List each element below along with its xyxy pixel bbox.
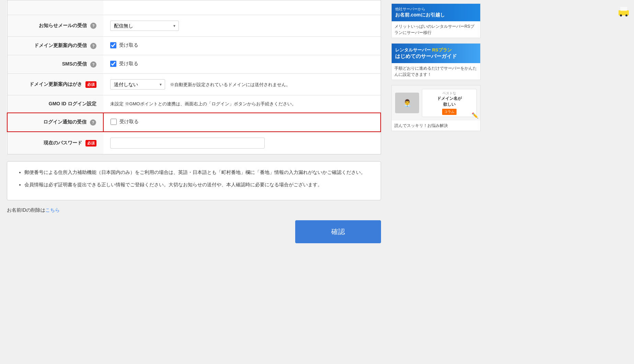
domain-postcard-value: 送付しない 送付する ▼ ※自動更新が設定されているドメインには送付されません。 xyxy=(103,74,381,95)
domain-postcard-required-badge: 必須 xyxy=(85,81,96,88)
gmo-id-login-text: 未設定 ※GMOポイントとの連携は、画面右上の「ログイン」ボタンからお手続きくだ… xyxy=(110,101,296,106)
email-notification-select[interactable]: 配信無し 受け取る xyxy=(110,21,179,31)
current-password-label: 現在のパスワード 必須 xyxy=(7,132,103,154)
sms-checkbox[interactable] xyxy=(110,61,116,67)
email-notification-value: 配信無し 受け取る ▼ xyxy=(103,15,381,37)
confirm-button-wrapper: 確認 xyxy=(7,220,381,243)
email-notification-label: お知らせメールの受信 ? xyxy=(7,15,103,37)
domain-renewal-checkbox-label[interactable]: 受け取る xyxy=(110,42,138,48)
delete-link[interactable]: こちら xyxy=(45,207,60,213)
sidebar-ad-2-desc: 手順どおりに進めるだけでサーバーをかんたんに設定できます！ xyxy=(392,63,480,80)
sms-checkbox-label[interactable]: 受け取る xyxy=(110,61,138,67)
login-notification-value: 受け取る xyxy=(103,113,381,132)
email-notification-row: お知らせメールの受信 ? 配信無し 受け取る ▼ xyxy=(7,15,381,37)
info-box: 郵便番号による住所入力補助機能（日本国内のみ）をご利用の場合は、英語・日本語とも… xyxy=(7,161,381,200)
gmo-id-login-label: GMO ID ログイン設定 xyxy=(7,95,103,113)
sidebar-ad-1-banner: 他社サーバーから お名前.comにお引越し xyxy=(392,4,480,21)
domain-renewal-mail-label: ドメイン更新案内の受信 ? xyxy=(7,37,103,55)
pencil-icon: ✏️ xyxy=(472,112,479,119)
sidebar-ad-3[interactable]: 👨‍💼 ベストな ドメイン名が 欲しい コラム ✏️ 読んでスッキリ！お悩み解決 xyxy=(391,85,481,131)
login-notification-row: ログイン通知の受信 ? 受け取る xyxy=(7,113,381,132)
sidebar-ad-3-image-area: 👨‍💼 ベストな ドメイン名が 欲しい コラム ✏️ xyxy=(392,85,480,120)
sidebar-ad-2-banner: レンタルサーバー RSプラン はじめてのサーバーガイド xyxy=(392,44,480,63)
domain-postcard-row: ドメイン更新案内はがき 必須 送付しない 送付する ▼ ※自動更新が設定されてい… xyxy=(7,74,381,95)
login-notification-help-icon[interactable]: ? xyxy=(90,119,96,126)
sms-notification-row: SMSの受信 ? 受け取る xyxy=(7,55,381,74)
login-notification-checkbox[interactable] xyxy=(111,119,117,125)
current-password-required-badge: 必須 xyxy=(85,140,96,146)
current-password-value xyxy=(103,132,381,154)
delete-section-text: お名前IDの削除は xyxy=(7,207,45,213)
domain-renewal-checkbox[interactable] xyxy=(110,42,116,48)
partial-value-cell xyxy=(103,0,381,15)
domain-postcard-label: ドメイン更新案内はがき 必須 xyxy=(7,74,103,95)
domain-renewal-mail-value: 受け取る xyxy=(103,37,381,55)
domain-renewal-help-icon[interactable]: ? xyxy=(90,43,96,49)
sms-notification-label: SMSの受信 ? xyxy=(7,55,103,74)
sms-help-icon[interactable]: ? xyxy=(90,61,96,68)
settings-form: お知らせメールの受信 ? 配信無し 受け取る ▼ xyxy=(7,0,381,154)
login-notification-checkbox-label[interactable]: 受け取る xyxy=(111,119,139,125)
email-notification-help-icon[interactable]: ? xyxy=(90,23,96,29)
delete-section: お名前IDの削除はこちら xyxy=(7,207,381,213)
current-password-input[interactable] xyxy=(110,138,265,149)
domain-postcard-select-wrapper: 送付しない 送付する ▼ xyxy=(110,79,165,90)
domain-postcard-select[interactable]: 送付しない 送付する xyxy=(110,79,165,90)
sidebar-ad-1-desc: メリットいっぱいのレンタルサーバーRSプランにサーバー移行 xyxy=(392,21,480,38)
gmo-id-login-value: 未設定 ※GMOポイントとの連携は、画面右上の「ログイン」ボタンからお手続きくだ… xyxy=(103,95,381,113)
email-notification-select-wrapper: 配信無し 受け取る ▼ xyxy=(110,21,179,31)
sms-notification-value: 受け取る xyxy=(103,55,381,74)
column-badge: コラム xyxy=(442,109,457,115)
domain-postcard-note: ※自動更新が設定されているドメインには送付されません。 xyxy=(170,82,290,87)
gmo-id-login-row: GMO ID ログイン設定 未設定 ※GMOポイントとの連携は、画面右上の「ログ… xyxy=(7,95,381,113)
sidebar-ad-2[interactable]: レンタルサーバー RSプラン はじめてのサーバーガイド 手順どおりに進めるだけで… xyxy=(391,43,481,80)
sidebar-ad-1[interactable]: 他社サーバーから お名前.comにお引越し メリットいっぱいのレンタルサーバーR… xyxy=(391,3,481,38)
top-partial-row xyxy=(7,0,381,15)
domain-renewal-mail-row: ドメイン更新案内の受信 ? 受け取る xyxy=(7,37,381,55)
login-notification-label: ログイン通知の受信 ? xyxy=(7,113,103,132)
info-item-2: 会員情報は必ず証明書を提出できる正しい情報でご登録ください。大切なお知らせの送付… xyxy=(24,181,370,189)
info-item-1: 郵便番号による住所入力補助機能（日本国内のみ）をご利用の場合は、英語・日本語とも… xyxy=(24,168,370,177)
sidebar-ad-3-desc: 読んでスッキリ！お悩み解決 xyxy=(392,120,480,131)
sidebar-ad-3-badge: ベストな ドメイン名が 欲しい コラム xyxy=(422,89,477,117)
partial-label-cell xyxy=(7,0,103,15)
sidebar: 他社サーバーから お名前.comにお引越し メリットいっぱいのレンタルサーバーR… xyxy=(388,0,484,364)
current-password-row: 現在のパスワード 必須 xyxy=(7,132,381,154)
info-list: 郵便番号による住所入力補助機能（日本国内のみ）をご利用の場合は、英語・日本語とも… xyxy=(18,168,370,189)
confirm-button[interactable]: 確認 xyxy=(295,220,381,243)
